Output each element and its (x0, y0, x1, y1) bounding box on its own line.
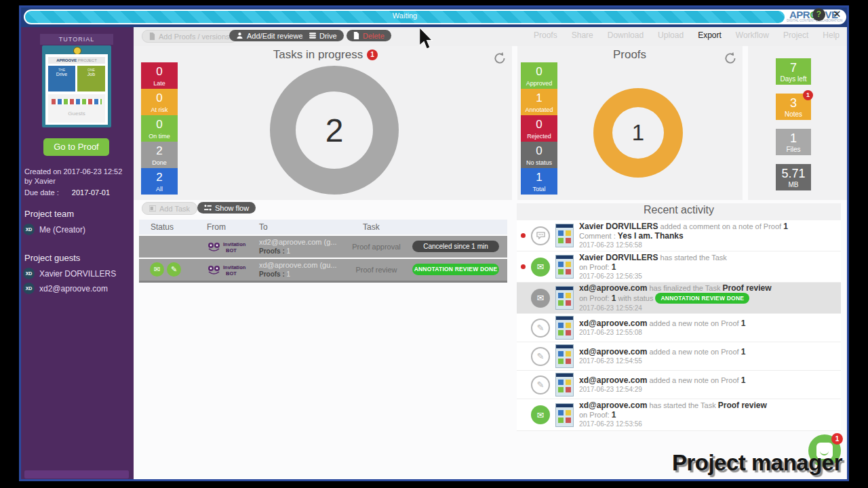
tasks-donut-chart: 2 (270, 66, 399, 195)
tasks-panel-title: Tasks in progress1 (139, 48, 512, 62)
window-status-label: Waiting (25, 12, 785, 20)
days-left-tile: 7Days left (776, 58, 811, 85)
panel-gap (512, 46, 517, 200)
chat-unread-badge: 1 (831, 433, 843, 445)
created-info: Created on 2017-06-23 12:52 by Xavier (24, 167, 127, 186)
proof-thumbnail[interactable] (555, 316, 574, 340)
proof-thumbnail[interactable] (555, 344, 574, 368)
show-flow-button[interactable]: Show flow (197, 202, 256, 214)
task-row[interactable]: ✉ ✎ Invitation BOT xd@aproove.com (gu...… (139, 259, 507, 283)
mouse-cursor (418, 27, 433, 52)
menu-item-upload[interactable]: Upload (658, 30, 684, 40)
pencil-icon: ✎ (531, 375, 550, 394)
invitation-bot-icon (207, 241, 222, 252)
project-team-title: Project team (24, 209, 74, 219)
mail-icon: ✉ (531, 405, 550, 424)
proofs-panel-title: Proofs (519, 48, 741, 62)
mail-icon[interactable]: ✉ (150, 262, 164, 277)
proof-thumbnail[interactable] (555, 255, 574, 279)
task-status-badge[interactable]: ANNOTATION REVIEW DONE (412, 264, 499, 275)
menu-item-share[interactable]: Share (572, 30, 593, 40)
flow-icon (204, 205, 212, 211)
unread-dot (521, 233, 526, 238)
menu-item-export[interactable]: Export (698, 30, 722, 40)
status-badge: ANNOTATION REVIEW DONE (655, 293, 749, 304)
edit-icon[interactable]: ✎ (167, 262, 181, 277)
stat-rejected: 0Rejected (521, 115, 557, 142)
menu-item-workflow[interactable]: Workflow (736, 30, 769, 40)
activity-title: Recent activity (517, 204, 841, 216)
proof-thumbnail[interactable] (555, 224, 574, 247)
avatar: XD (23, 283, 35, 294)
add-proofs-button[interactable]: Add Proofs / versions (142, 30, 237, 43)
col-status: Status (151, 222, 174, 232)
project-guests-title: Project guests (24, 253, 80, 263)
thumbnail-avatars (52, 99, 102, 104)
due-date-label: Due date : (24, 188, 59, 197)
proof-thumbnail[interactable] (555, 403, 574, 427)
go-to-proof-button[interactable]: Go to Proof (43, 138, 109, 156)
stat-total: 1Total (521, 168, 557, 195)
stat-at-risk: 0At risk (141, 89, 178, 115)
guest-row: XDxd2@aproove.com (23, 282, 108, 294)
avatar: XD (23, 268, 35, 279)
task-table-header: Status From To Task (139, 220, 507, 235)
document-icon (149, 33, 155, 40)
video-caption: Project manager (637, 450, 842, 476)
size-tile: 5.71MB (776, 164, 811, 190)
activity-item[interactable]: ✎ xd@aproove.com added a new note on Pro… (517, 314, 841, 342)
panel-gap (743, 46, 748, 200)
due-date-row: Due date : 2017-07-01 (24, 188, 110, 197)
tasks-donut-value: 2 (296, 92, 373, 169)
sidebar-scrollbar[interactable] (24, 470, 129, 479)
to-cell: xd@aproove.com (gu... Proofs : 1 (259, 261, 337, 279)
project-name-label: TUTORIAL (40, 34, 113, 45)
proof-thumbnail[interactable] (555, 373, 574, 396)
mail-icon: ✉ (531, 258, 550, 277)
delete-button[interactable]: Delete (347, 30, 391, 41)
stat-done: 2Done (141, 142, 178, 168)
notes-badge: 1 (803, 90, 813, 100)
task-status-badge[interactable]: Canceled since 1 min (412, 241, 499, 252)
due-date-value: 2017-07-01 (72, 188, 110, 197)
pencil-icon: ✎ (531, 319, 550, 338)
stat-all: 2All (141, 168, 178, 195)
menu-item-proofs[interactable]: Proofs (534, 30, 557, 40)
help-icon[interactable]: ? (812, 8, 825, 21)
col-from: From (207, 222, 226, 232)
proofs-donut-chart: 1 (593, 88, 683, 178)
unread-dot (521, 264, 526, 269)
stat-approved: 0Approved (521, 62, 557, 89)
menu-item-help[interactable]: Help (823, 30, 840, 40)
team-member-row: XDMe (Creator) (23, 223, 85, 235)
activity-item[interactable]: ✉ Xavier DORVILLERS has started the Task… (517, 251, 841, 283)
task-row[interactable]: Invitation BOT xd2@aproove.com (g... Pro… (139, 236, 507, 259)
document-icon (353, 32, 359, 39)
activity-item[interactable]: ✉ xd@aproove.com has finalized the Task … (517, 283, 841, 314)
task-cell: Proof approval (339, 243, 414, 251)
activity-item[interactable]: ✎ xd@aproove.com added a new note on Pro… (517, 342, 841, 371)
menu-item-project[interactable]: Project (783, 30, 808, 40)
thumbnail-drive-box: THEDrive (48, 66, 75, 92)
guest-row: XDXavier DORVILLERS (23, 267, 116, 279)
refresh-icon[interactable] (723, 51, 738, 66)
drive-button[interactable]: Drive (302, 30, 344, 41)
thumbnail-header: APROOVE PROJECT (48, 57, 105, 64)
files-tile: 1Files (776, 129, 811, 155)
activity-item[interactable]: ✉ xd@aproove.com has started the Task Pr… (517, 399, 841, 431)
menu-item-download[interactable]: Download (608, 30, 644, 40)
top-menu: Proofs Share Download Upload Export Work… (542, 30, 840, 40)
stat-no-status: 0No status (521, 142, 557, 168)
stat-on-time: 0On time (141, 115, 178, 142)
refresh-icon[interactable] (492, 51, 507, 66)
close-icon[interactable]: ✕ (833, 8, 842, 20)
invitation-bot-icon (207, 264, 222, 275)
activity-item[interactable]: Xavier DORVILLERS added a comment on a n… (517, 220, 841, 251)
pencil-icon: ✎ (531, 347, 550, 366)
person-icon (236, 32, 243, 39)
dashboard-band (134, 46, 847, 200)
activity-item[interactable]: ✎ xd@aproove.com added a new note on Pro… (517, 371, 841, 399)
comment-icon (531, 226, 550, 245)
add-task-button[interactable]: Add Task (142, 202, 197, 215)
proof-thumbnail[interactable] (555, 286, 574, 310)
